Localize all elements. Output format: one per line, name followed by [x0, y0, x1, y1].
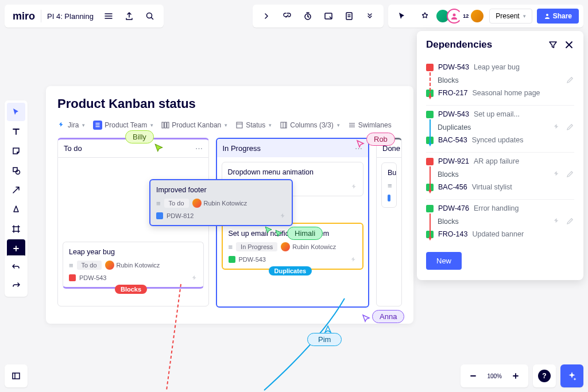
cursor-rob: Rob	[356, 129, 395, 149]
help-button[interactable]: ?	[533, 364, 556, 387]
filter-status[interactable]: Status▾	[235, 121, 272, 129]
jira-icon	[279, 212, 287, 220]
bug-icon	[69, 274, 76, 281]
filter-icon[interactable]	[548, 40, 558, 50]
link-icon[interactable]	[278, 7, 296, 25]
svg-point-4	[453, 14, 456, 17]
redo-button[interactable]	[7, 276, 25, 294]
minimap-toggle[interactable]	[5, 364, 28, 387]
cursor-anna: Anna	[362, 310, 404, 323]
panel-title: Dependencies	[426, 39, 492, 51]
expand-icon[interactable]	[257, 7, 276, 25]
blocks-badge[interactable]: Blocks	[115, 285, 147, 294]
note-icon[interactable]	[340, 7, 358, 25]
center-tools-group	[253, 5, 384, 28]
filter-board[interactable]: Product Kanban▾	[161, 121, 227, 129]
edit-icon[interactable]	[566, 76, 574, 84]
dependency-item[interactable]: ▼ PDW-476 Error handling Blocks FRO-143 …	[426, 200, 574, 246]
board-title[interactable]: PI 4: Planning	[44, 12, 97, 21]
svg-rect-13	[13, 373, 20, 379]
collab-group: 12 Present▾ Share	[388, 5, 583, 28]
issue-type-icon	[426, 64, 434, 71]
dependency-item[interactable]: ▼ PDW-921 AR app failure Blocks BAC-456 …	[426, 153, 574, 200]
frame-icon[interactable]	[319, 7, 338, 25]
zoom-level[interactable]: 100%	[485, 373, 504, 379]
issue-type-icon	[426, 111, 434, 118]
text-tool[interactable]	[7, 122, 25, 141]
timer-icon[interactable]	[299, 7, 317, 25]
svg-rect-8	[162, 122, 164, 128]
jira-link-icon[interactable]	[552, 123, 561, 131]
jira-link-icon[interactable]	[552, 217, 561, 226]
cursor-mode-icon[interactable]	[393, 7, 411, 25]
sticky-tool[interactable]	[7, 142, 25, 160]
new-dependency-button[interactable]: New	[426, 252, 462, 270]
column-done[interactable]: Done Bu ≡	[376, 138, 402, 308]
filter-swimlanes[interactable]: Swimlanes	[348, 121, 392, 129]
card-dragging[interactable]: Improved footer ≡ To do Rubin Kotowicz P…	[149, 179, 293, 226]
shape-tool[interactable]	[7, 161, 25, 180]
svg-rect-11	[237, 122, 242, 128]
dependencies-panel: Dependencies ▼ PDW-543 Leap year bug Blo…	[417, 31, 583, 280]
svg-rect-3	[346, 13, 352, 20]
ai-button[interactable]	[560, 364, 583, 387]
select-tool[interactable]	[7, 103, 25, 121]
card-leap-year[interactable]: Leap year bug ≡ To do Rubin Kotowicz PDW…	[63, 242, 204, 289]
left-toolbar	[5, 100, 28, 260]
issue-type-icon	[426, 158, 434, 165]
kanban-filters: Jira▾ ☰Product Team▾ Product Kanban▾ Sta…	[57, 121, 402, 130]
frame-title: Product Kanban status	[57, 96, 402, 111]
drag-icon: ≡	[229, 243, 233, 251]
board-info-group: miro PI 4: Planning	[5, 5, 164, 28]
present-button[interactable]: Present▾	[489, 9, 532, 24]
filter-team[interactable]: ☰Product Team▾	[93, 121, 153, 130]
frame-tool[interactable]	[7, 220, 25, 238]
undo-redo-group	[5, 255, 28, 297]
miro-logo[interactable]: miro	[9, 10, 38, 22]
svg-point-7	[16, 170, 20, 174]
dependency-item[interactable]: ▼ PDW-543 Set up email... Duplicates BAC…	[426, 106, 574, 153]
zoom-in-button[interactable]	[506, 367, 525, 385]
task-icon	[229, 256, 235, 263]
svg-rect-10	[167, 122, 169, 128]
drag-icon: ≡	[156, 199, 161, 208]
share-button[interactable]: Share	[537, 9, 579, 24]
zoom-controls: 100%	[461, 364, 528, 387]
arrow-tool[interactable]	[7, 181, 25, 199]
cursor-billy: Billy	[125, 130, 154, 143]
export-icon[interactable]	[120, 7, 138, 25]
search-icon[interactable]	[141, 7, 159, 25]
svg-point-5	[546, 14, 548, 16]
cursor-pim: Pim	[307, 333, 342, 346]
task-icon	[156, 212, 163, 219]
issue-type-icon	[426, 205, 434, 212]
dependency-item[interactable]: ▼ PDW-543 Leap year bug Blocks FRO-217 S…	[426, 59, 574, 106]
reactions-icon[interactable]	[416, 7, 434, 25]
pen-tool[interactable]	[7, 200, 25, 219]
filter-columns[interactable]: Columns (3/3)▾	[280, 121, 339, 129]
jira-link-icon[interactable]	[552, 170, 561, 178]
menu-icon[interactable]	[99, 7, 118, 25]
edit-icon[interactable]	[566, 123, 574, 131]
zoom-out-button[interactable]	[464, 367, 482, 385]
jira-icon	[191, 274, 199, 282]
column-menu-icon[interactable]: ⋯	[195, 144, 203, 153]
card-done-1[interactable]: Bu ≡	[381, 162, 397, 208]
jira-icon	[350, 256, 358, 264]
cursor-himali: Himali	[287, 227, 323, 240]
more-tools-icon[interactable]	[361, 7, 379, 25]
close-icon[interactable]	[564, 40, 574, 50]
filter-jira[interactable]: Jira▾	[57, 121, 85, 129]
undo-button[interactable]	[7, 258, 25, 276]
user-avatars[interactable]: 12	[439, 9, 485, 24]
svg-rect-9	[165, 122, 167, 128]
edit-icon[interactable]	[566, 217, 574, 226]
edit-icon[interactable]	[566, 170, 574, 178]
duplicates-badge[interactable]: Duplicates	[269, 266, 312, 275]
jira-icon	[350, 183, 358, 191]
drag-icon: ≡	[69, 261, 74, 270]
